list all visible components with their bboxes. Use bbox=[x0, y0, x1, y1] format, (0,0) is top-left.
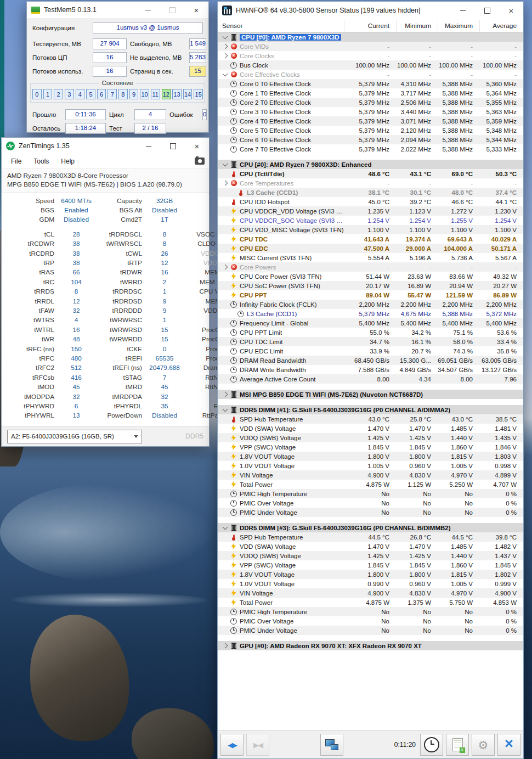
sensor-row[interactable]: CPU Core Power (SVI3 TFN)51.44 W23.63 W8… bbox=[218, 272, 523, 281]
sensor-row[interactable]: MISC Current (SVI3 TFN)5.554 A5.196 A5.7… bbox=[218, 253, 523, 262]
maximize-button[interactable] bbox=[475, 2, 499, 19]
maximize-button[interactable] bbox=[161, 138, 185, 154]
close-button[interactable]: × bbox=[184, 2, 208, 18]
sensor-row[interactable]: VDD (SWA) Voltage1.470 V1.470 V1.485 V1.… bbox=[218, 424, 523, 433]
report-button[interactable] bbox=[446, 734, 469, 756]
col-minimum[interactable]: Minimum bbox=[396, 20, 438, 32]
screenshot-camera-icon[interactable] bbox=[195, 158, 205, 165]
sensor-row[interactable]: Total Power4.875 W1.375 W5.750 W4.853 W bbox=[218, 598, 523, 607]
sensor-row[interactable]: ×Core Temperatures---- bbox=[218, 178, 523, 188]
menu-file[interactable]: File bbox=[6, 156, 26, 166]
sensor-row[interactable]: VPP (SWC) Voltage1.845 V1.845 V1.860 V1.… bbox=[218, 442, 523, 452]
sensor-row[interactable]: CPU SoC Power (SVI3 TFN)20.17 W16.89 W20… bbox=[218, 281, 523, 290]
sensor-row[interactable]: CPU PPT Limit55.0 %34.2 %75.1 %53.6 % bbox=[218, 328, 523, 337]
expand-columns-button[interactable]: ◀▶ bbox=[220, 734, 244, 756]
sensor-row[interactable]: CPU VDD_MISC Voltage (SVI3 TFN)1.100 V1.… bbox=[218, 225, 523, 234]
chevron-open-icon[interactable] bbox=[221, 73, 229, 76]
sensor-row[interactable]: ×Core Powers---- bbox=[218, 262, 523, 272]
sensor-row[interactable]: 1.8V VOUT Voltage1.800 V1.800 V1.815 V1.… bbox=[218, 452, 523, 461]
chevron-closed-icon[interactable] bbox=[221, 644, 229, 648]
sensor-row[interactable]: Core 2 T0 Effective Clock5,379 MHz2,506 … bbox=[218, 98, 523, 107]
sensor-row[interactable]: Average Active Core Count8.004.348.007.9… bbox=[218, 374, 523, 384]
col-sensor[interactable]: Sensor bbox=[218, 20, 344, 32]
sensor-row[interactable]: CPU IOD Hotspot45.0 °C39.2 °C46.6 °C44.1… bbox=[218, 197, 523, 206]
sensor-row[interactable]: Core 1 T0 Effective Clock5,379 MHz3,717 … bbox=[218, 88, 523, 98]
sensor-row[interactable]: Core 0 T0 Effective Clock5,379 MHz4,310 … bbox=[218, 79, 523, 88]
col-maximum[interactable]: Maximum bbox=[438, 20, 479, 32]
sensor-row[interactable]: VIN Voltage4.900 V4.830 V4.970 V4.900 V bbox=[218, 588, 523, 598]
sensor-row[interactable]: PMIC Under VoltageNoNoNo0 % bbox=[218, 626, 523, 635]
sensor-row[interactable]: Core 6 T0 Effective Clock5,379 MHz2,094 … bbox=[218, 135, 523, 144]
sensor-row[interactable]: ×Core VIDs---- bbox=[218, 42, 523, 51]
close-button[interactable]: × bbox=[499, 2, 523, 19]
sensor-row[interactable]: SPD Hub Temperature44.5 °C26.8 °C44.5 °C… bbox=[218, 532, 523, 542]
sensor-row[interactable]: CPU TDC Limit34.7 %16.1 %58.0 %33.4 % bbox=[218, 337, 523, 346]
sensor-row[interactable]: CPU EDC47.500 A29.000 A104.000 A50.171 A bbox=[218, 244, 523, 253]
chevron-closed-icon[interactable] bbox=[221, 265, 229, 269]
chevron-closed-icon[interactable] bbox=[221, 44, 229, 48]
menu-tools[interactable]: Tools bbox=[29, 156, 54, 166]
sensor-row[interactable]: VIN Voltage4.900 V4.830 V4.970 V4.899 V bbox=[218, 470, 523, 480]
sensor-row[interactable]: PMIC Under VoltageNoNoNo0 % bbox=[218, 508, 523, 517]
sensor-section-header[interactable]: GPU [#0]: AMD Radeon RX 9070 XT: XFX Rad… bbox=[218, 641, 523, 650]
sensor-row[interactable]: ×Core Effective Clocks---- bbox=[218, 70, 523, 79]
sensor-section-header[interactable]: MSI MPG B850 EDGE TI WIFI (MS-7E62) (Nuv… bbox=[218, 390, 523, 399]
sensor-section-header[interactable]: CPU [#0]: AMD Ryzen 7 9800X3D: Enhanced bbox=[218, 160, 523, 169]
chevron-closed-icon[interactable] bbox=[221, 54, 229, 58]
close-sensors-button[interactable]: × bbox=[497, 734, 520, 756]
sensor-row[interactable]: PMIC High TemperatureNoNoNo0 % bbox=[218, 489, 523, 498]
sensor-row[interactable]: VPP (SWC) Voltage1.845 V1.845 V1.860 V1.… bbox=[218, 560, 523, 570]
chevron-open-icon[interactable] bbox=[221, 408, 229, 411]
chevron-closed-icon[interactable] bbox=[221, 392, 229, 396]
col-average[interactable]: Average bbox=[479, 20, 523, 32]
chevron-closed-icon[interactable] bbox=[221, 181, 229, 185]
column-headers[interactable]: Sensor Current Minimum Maximum Average bbox=[218, 19, 523, 32]
close-button[interactable]: × bbox=[185, 138, 209, 154]
settings-button[interactable]: ⚙ bbox=[472, 734, 495, 756]
zentimings-titlebar[interactable]: ZenTimings 1.35 × bbox=[2, 138, 209, 154]
sensor-row[interactable]: CPU TDC41.643 A19.374 A69.643 A40.029 A bbox=[218, 234, 523, 244]
remote-monitoring-button[interactable] bbox=[320, 734, 343, 756]
sensor-row[interactable]: ×Core Clocks---- bbox=[218, 51, 523, 60]
hwinfo-titlebar[interactable]: HWiNFO® 64 v8.30-5800 Sensor Status [199… bbox=[218, 2, 523, 19]
sensor-row[interactable]: CPU PPT89.04 W55.47 W121.59 W86.89 W bbox=[218, 290, 523, 300]
sensor-row[interactable]: PMIC Over VoltageNoNoNo0 % bbox=[218, 498, 523, 508]
sensor-row[interactable]: 1.8V VOUT Voltage1.800 V1.800 V1.815 V1.… bbox=[218, 570, 523, 579]
sensor-row[interactable]: L3 Cache (CCD1)38.1 °C30.1 °C48.0 °C37.4… bbox=[218, 188, 523, 197]
sensor-row[interactable]: DRAM Read Bandwidth68.450 GB/s15.300 G..… bbox=[218, 356, 523, 365]
sensor-section-header[interactable]: CPU [#0]: AMD Ryzen 7 9800X3D bbox=[218, 32, 523, 42]
sensor-row[interactable]: Total Power4.875 W1.125 W5.250 W4.707 W bbox=[218, 480, 523, 489]
sensor-row[interactable]: CPU EDC Limit33.9 %20.7 %74.3 %35.8 % bbox=[218, 346, 523, 356]
minimize-button[interactable] bbox=[137, 138, 161, 154]
chevron-open-icon[interactable] bbox=[221, 163, 229, 166]
sensor-row[interactable]: VDD (SWA) Voltage1.470 V1.470 V1.485 V1.… bbox=[218, 542, 523, 551]
sensor-row[interactable]: SPD Hub Temperature43.0 °C25.8 °C43.0 °C… bbox=[218, 414, 523, 424]
sensor-row[interactable]: 1.0V VOUT Voltage0.990 V0.960 V1.005 V0.… bbox=[218, 579, 523, 588]
sensor-row[interactable]: Core 4 T0 Effective Clock5,379 MHz3,071 … bbox=[218, 116, 523, 126]
sensor-row[interactable]: CPU (Tctl/Tdie)48.6 °C43.1 °C69.0 °C50.3… bbox=[218, 169, 523, 178]
sensor-section-header[interactable]: DDR5 DIMM [#3]: G.Skill F5-6400J3039G16G… bbox=[218, 523, 523, 532]
dimm-selector[interactable]: A2: F5-6400J3039G16G (16GB, SR) bbox=[7, 430, 142, 443]
sensor-row[interactable]: PMIC High TemperatureNoNoNo0 % bbox=[218, 607, 523, 616]
sensor-row[interactable]: Bus Clock100.00 MHz100.00 MHz100.00 MHz1… bbox=[218, 60, 523, 70]
sensor-row[interactable]: VDDQ (SWB) Voltage1.425 V1.425 V1.440 V1… bbox=[218, 551, 523, 560]
chevron-open-icon[interactable] bbox=[221, 36, 229, 38]
sensor-row[interactable]: CPU VDDCR_VDD Voltage (SVI3 TFN)1.235 V1… bbox=[218, 206, 523, 216]
chevron-open-icon[interactable] bbox=[221, 526, 229, 529]
sensor-row[interactable]: PMIC Over VoltageNoNoNo0 % bbox=[218, 616, 523, 626]
clock-button[interactable] bbox=[420, 734, 443, 756]
sensor-row[interactable]: Core 7 T0 Effective Clock5,379 MHz2,022 … bbox=[218, 144, 523, 154]
menu-help[interactable]: Help bbox=[56, 156, 80, 166]
sensor-row[interactable]: Core 5 T0 Effective Clock5,379 MHz2,120 … bbox=[218, 126, 523, 135]
sensor-row[interactable]: Frequency Limit - Global5,400 MHz5,400 M… bbox=[218, 318, 523, 328]
minimize-button[interactable] bbox=[451, 2, 475, 19]
minimize-button[interactable] bbox=[136, 2, 160, 18]
sensor-row[interactable]: CPU VDDCR_SOC Voltage (SVI3 TFN)1.254 V1… bbox=[218, 216, 523, 225]
testmem5-titlebar[interactable]: TestMem5 0.13.1 × bbox=[27, 2, 208, 18]
sensor-row[interactable]: DRAM Write Bandwidth7.588 GB/s4.849 GB/s… bbox=[218, 365, 523, 374]
sensor-section-header[interactable]: DDR5 DIMM [#1]: G.Skill F5-6400J3039G16G… bbox=[218, 405, 523, 414]
sensor-row[interactable]: L3 Cache (CCD1)5,379 MHz4,675 MHz5,388 M… bbox=[218, 309, 523, 318]
sensor-row[interactable]: VDDQ (SWB) Voltage1.425 V1.425 V1.440 V1… bbox=[218, 433, 523, 442]
sensor-row[interactable]: Infinity Fabric Clock (FCLK)2,200 MHz2,2… bbox=[218, 300, 523, 309]
col-current[interactable]: Current bbox=[344, 20, 396, 32]
